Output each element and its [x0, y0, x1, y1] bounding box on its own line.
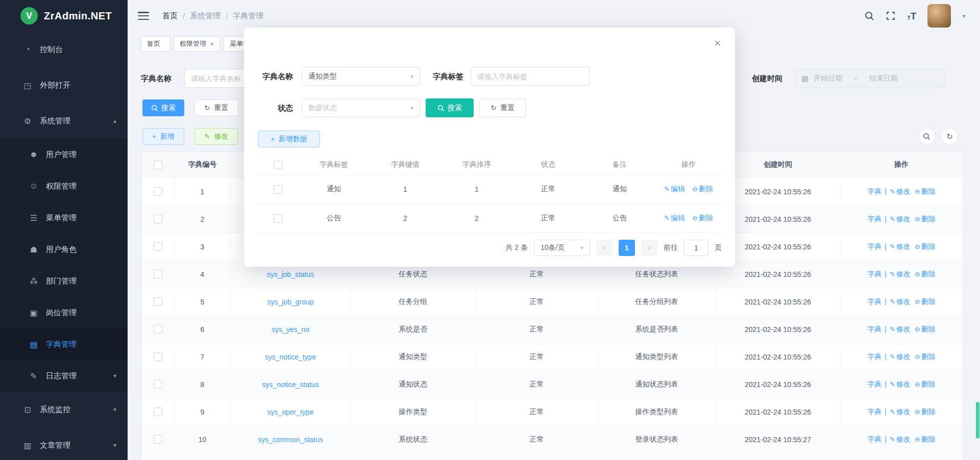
dict-type-link[interactable]: sys_job_status	[267, 270, 314, 278]
hamburger-icon[interactable]	[138, 12, 149, 20]
row-checkbox[interactable]	[274, 185, 282, 194]
row-checkbox[interactable]	[274, 214, 282, 223]
sidebar-item[interactable]: ⁂ 部门管理	[0, 265, 128, 297]
dict-data-link[interactable]: 字典	[867, 270, 881, 278]
delete-link[interactable]: ⊖删除	[915, 380, 936, 388]
scrollbar-thumb[interactable]	[976, 402, 979, 439]
dict-type-link[interactable]: sys_notice_type	[265, 353, 316, 361]
sidebar-item[interactable]: ▥ 文章管理 ▾	[0, 427, 128, 460]
delete-link[interactable]: ⊖删除	[915, 352, 936, 361]
dialog-dict-name-select[interactable]: 通知类型 ▾	[302, 67, 420, 86]
delete-link[interactable]: ⊖删除	[915, 215, 936, 223]
row-checkbox[interactable]	[154, 270, 162, 278]
dialog-dict-label-input[interactable]	[471, 67, 590, 86]
sidebar-item-label: 用户管理	[46, 150, 116, 160]
dict-data-link[interactable]: 字典	[867, 380, 881, 388]
dialog-status-select[interactable]: 数据状态 ▾	[302, 98, 420, 117]
sidebar-item[interactable]: ▤ 字典管理	[0, 328, 128, 360]
edit-link[interactable]: ✎修改	[890, 242, 911, 250]
sidebar-item[interactable]: ☻ 用户管理	[0, 139, 128, 170]
row-checkbox[interactable]	[154, 242, 162, 251]
dict-type-link[interactable]: sys_yes_no	[272, 325, 309, 334]
sidebar-item[interactable]: ☗ 用户角色	[0, 234, 128, 265]
dict-data-link[interactable]: 字典	[867, 215, 881, 223]
dialog-search-button[interactable]: 搜索	[426, 98, 474, 117]
dialog-reset-button[interactable]: ↻ 重置	[479, 98, 526, 117]
row-checkbox[interactable]	[154, 352, 162, 361]
row-checkbox[interactable]	[154, 407, 162, 416]
sidebar-item[interactable]: ⚙ 系统管理 ▴	[0, 103, 128, 139]
sidebar-item[interactable]: ✎ 日志管理 ▾	[0, 360, 128, 392]
dict-type-link[interactable]: sys_common_status	[258, 436, 323, 444]
add-button[interactable]: + 新增	[142, 128, 184, 145]
dialog-close-icon[interactable]: ×	[714, 38, 721, 49]
dict-type-link[interactable]: sys_job_group	[267, 298, 313, 306]
row-checkbox[interactable]	[154, 435, 162, 444]
row-checkbox[interactable]	[154, 187, 162, 196]
page-size-select[interactable]: 10条/页 ▾	[534, 240, 590, 256]
sidebar-item[interactable]: ◳ 外部打开	[0, 67, 128, 103]
search-button[interactable]: 搜索	[142, 99, 184, 116]
edit-link[interactable]: ✎编辑	[664, 185, 685, 193]
select-all-checkbox[interactable]	[274, 161, 282, 169]
delete-link[interactable]: ⊖删除	[915, 242, 936, 250]
dict-type-link[interactable]: sys_oper_type	[267, 408, 313, 416]
font-size-icon[interactable]: TT	[907, 11, 916, 21]
dict-data-link[interactable]: 字典	[867, 407, 881, 416]
delete-link[interactable]: ⊖删除	[915, 270, 936, 278]
edit-link[interactable]: ✎修改	[890, 352, 911, 361]
dict-data-link[interactable]: 字典	[867, 352, 881, 361]
edit-link[interactable]: ✎修改	[890, 297, 911, 305]
row-checkbox[interactable]	[154, 297, 162, 306]
sidebar-item[interactable]: ⊡ 系统监控 ▾	[0, 392, 128, 427]
edit-link[interactable]: ✎修改	[890, 187, 911, 195]
sidebar-item[interactable]: ☺ 权限管理	[0, 170, 128, 202]
dialog-add-data-button[interactable]: + 新增数据	[258, 131, 320, 147]
row-checkbox[interactable]	[154, 380, 162, 389]
edit-link[interactable]: ✎修改	[890, 215, 911, 223]
delete-link[interactable]: ⊖删除	[692, 185, 713, 193]
table-refresh-button[interactable]: ↻	[941, 128, 958, 145]
user-menu-caret-icon[interactable]: ▾	[962, 12, 966, 20]
sidebar-item[interactable]: ◔ 控制台	[0, 32, 128, 67]
edit-link[interactable]: ✎编辑	[664, 214, 685, 222]
edit-link[interactable]: ✎修改	[890, 380, 911, 388]
table-search-toggle-button[interactable]	[918, 128, 935, 145]
sidebar-item[interactable]: ☰ 菜单管理	[0, 202, 128, 234]
delete-link[interactable]: ⊖删除	[692, 214, 713, 222]
select-all-checkbox[interactable]	[154, 161, 162, 169]
next-page-button[interactable]: ›	[641, 240, 657, 256]
dict-data-link[interactable]: 字典	[867, 435, 881, 443]
delete-link[interactable]: ⊖删除	[915, 407, 936, 416]
reset-button[interactable]: ↻ 重置	[194, 99, 238, 116]
tab-close-icon[interactable]: ×	[210, 40, 214, 48]
breadcrumb-item[interactable]: 首页	[162, 11, 178, 21]
row-checkbox[interactable]	[154, 325, 162, 334]
delete-link[interactable]: ⊖删除	[915, 187, 936, 195]
dict-data-link[interactable]: 字典	[867, 325, 881, 333]
view-tab[interactable]: 首页	[141, 36, 170, 52]
delete-link[interactable]: ⊖删除	[915, 325, 936, 333]
search-icon[interactable]	[864, 11, 874, 21]
edit-link[interactable]: ✎修改	[890, 435, 911, 443]
page-goto-input[interactable]	[684, 240, 708, 256]
edit-link[interactable]: ✎修改	[890, 325, 911, 333]
dict-data-link[interactable]: 字典	[867, 187, 881, 195]
delete-link[interactable]: ⊖删除	[915, 435, 936, 443]
dict-id-cell: 2	[175, 206, 231, 233]
prev-page-button[interactable]: ‹	[596, 240, 612, 256]
sidebar-item[interactable]: ▣ 岗位管理	[0, 297, 128, 328]
create-time-range-picker[interactable]: ▦ 开始日期 - 结束日期	[795, 69, 945, 88]
row-checkbox[interactable]	[154, 215, 162, 223]
dict-type-link[interactable]: sys_notice_status	[262, 380, 318, 389]
edit-link[interactable]: ✎修改	[890, 270, 911, 278]
view-tab[interactable]: 权限管理 ×	[174, 36, 220, 52]
dict-data-link[interactable]: 字典	[867, 297, 881, 305]
dict-data-link[interactable]: 字典	[867, 242, 881, 250]
edit-link[interactable]: ✎修改	[890, 407, 911, 416]
user-avatar[interactable]	[927, 4, 951, 28]
delete-link[interactable]: ⊖删除	[915, 297, 936, 305]
fullscreen-icon[interactable]	[886, 11, 896, 21]
edit-button[interactable]: ✎ 修改	[194, 128, 238, 145]
page-number-button[interactable]: 1	[619, 240, 635, 256]
